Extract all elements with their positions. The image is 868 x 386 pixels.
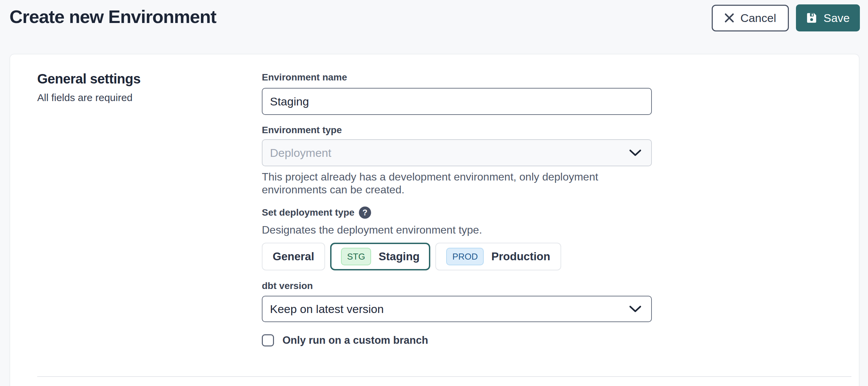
environment-type-label: Environment type [262, 125, 652, 135]
deployment-type-option-staging-label: Staging [379, 250, 419, 263]
dbt-version-label: dbt version [262, 281, 652, 291]
section-subtitle: All fields are required [37, 92, 262, 103]
deployment-type-label: Set deployment type [262, 208, 355, 217]
dbt-version-value: Keep on latest version [270, 303, 384, 316]
environment-name-label: Environment name [262, 73, 652, 82]
environment-name-input[interactable] [262, 88, 652, 115]
header-actions: Cancel Save [712, 4, 860, 31]
custom-branch-row: Only run on a custom branch [262, 334, 652, 346]
save-button[interactable]: Save [796, 4, 860, 31]
deployment-type-option-staging[interactable]: STG Staging [330, 243, 430, 270]
environment-type-select[interactable]: Deployment [262, 139, 652, 166]
chevron-down-icon [629, 149, 642, 156]
general-settings-card: General settings All fields are required… [9, 54, 860, 386]
custom-branch-checkbox[interactable] [262, 334, 274, 346]
page-header: Create new Environment Cancel Save [0, 0, 868, 37]
environment-form: Environment name Environment type Deploy… [262, 71, 652, 346]
cancel-button-label: Cancel [740, 11, 776, 25]
cancel-button[interactable]: Cancel [712, 5, 789, 31]
environment-type-help: This project already has a development e… [262, 170, 652, 196]
environment-type-value: Deployment [270, 146, 331, 160]
custom-branch-label: Only run on a custom branch [282, 334, 428, 346]
section-divider [37, 376, 851, 377]
deployment-type-option-general-label: General [273, 250, 314, 263]
deployment-type-options: General STG Staging PROD Production [262, 243, 652, 270]
question-circle-icon[interactable]: ? [359, 207, 371, 219]
deployment-type-option-general[interactable]: General [262, 243, 325, 270]
stg-badge: STG [341, 248, 371, 265]
deployment-type-option-production[interactable]: PROD Production [435, 243, 561, 270]
deployment-type-description: Designates the deployment environment ty… [262, 223, 652, 236]
deployment-type-label-row: Set deployment type ? [262, 207, 652, 219]
x-icon [724, 13, 734, 23]
prod-badge: PROD [446, 248, 484, 265]
deployment-type-option-production-label: Production [491, 250, 550, 263]
save-button-label: Save [824, 11, 850, 25]
chevron-down-icon [629, 305, 642, 313]
page-title: Create new Environment [9, 6, 216, 27]
section-title: General settings [37, 71, 262, 87]
section-header: General settings All fields are required [37, 71, 262, 346]
floppy-disk-icon [806, 12, 818, 24]
dbt-version-select[interactable]: Keep on latest version [262, 296, 652, 322]
